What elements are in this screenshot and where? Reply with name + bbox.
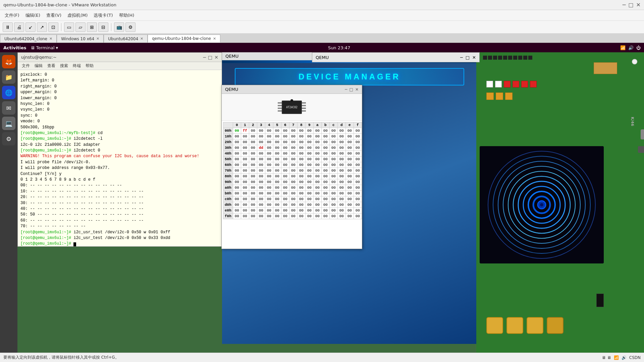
qemu-top-close[interactable]: ✕ [472,55,476,60]
toolbar-btn-5[interactable]: ⊡ [48,22,58,32]
tab-close-icon[interactable]: ✕ [49,37,52,41]
terminal-close[interactable]: ✕ [214,55,218,60]
tab-qemu-ubuntu[interactable]: qemu-Ubuntu-1804-bw-clone ✕ [148,35,220,43]
terminal-menu-search[interactable]: 搜索 [58,62,70,69]
table-cell: 00 [265,208,273,214]
table-cell: 00 [329,145,337,151]
table-cell: 00 [265,145,273,151]
status-network-icon: 📶 [614,355,619,360]
table-header-col: e [345,122,354,128]
qemu-eeprom-min[interactable]: ─ [345,87,347,92]
tab-close-icon[interactable]: ✕ [213,37,216,41]
table-cell: 00 [297,214,305,219]
network-icon[interactable]: 📶 [620,45,626,50]
sidebar-icon-mail[interactable]: ✉ [2,101,15,115]
tab-ubuntu642004-clone[interactable]: Ubuntu642004_clone ✕ [0,35,57,43]
close-button[interactable]: ✕ [636,2,641,8]
menu-help[interactable]: 帮助(H) [116,11,137,20]
table-cell: 00 [249,185,257,191]
table-cell: 00 [337,151,345,157]
sidebar-icon-browser[interactable]: 🌐 [2,86,15,99]
table-cell: 00 [305,191,313,196]
toolbar-btn-2[interactable]: 🖨 [14,22,24,32]
terminal-body[interactable]: pixclock: 0 left_margin: 0 right_margin:… [18,70,222,246]
activities-button[interactable]: Activities [3,45,26,50]
table-cell: 00 [329,174,337,179]
table-cell: 00 [321,185,329,191]
terminal-label: Terminal [36,45,55,50]
table-header-col: 9 [305,122,313,128]
table-header-col: 7 [289,122,297,128]
terminal-menu-file[interactable]: 文件 [20,62,32,69]
row-address: 50h [223,157,233,162]
terminal-menu-terminal[interactable]: 终端 [71,62,83,69]
terminal-menu-edit[interactable]: 编辑 [33,62,45,69]
terminal-line: 70: -- -- -- -- -- -- -- -- [20,224,219,229]
table-cell: 00 [257,128,265,134]
sidebar-icon-firefox[interactable]: 🦊 [2,55,15,68]
menu-tabs[interactable]: 选项卡(T) [91,11,115,20]
table-cell: dd [257,145,265,151]
terminal-menu[interactable]: 🖥 Terminal ▾ [31,45,58,50]
power-icon[interactable]: ⏻ [636,45,641,50]
table-cell: 00 [249,179,257,185]
menu-view[interactable]: 查看(V) [44,11,64,20]
table-cell: 00 [329,139,337,145]
table-cell: 00 [289,196,297,202]
terminal-line: [root@qemu_imx6ul:~]# i2cdetect -l [20,136,219,142]
qemu-eeprom-max[interactable]: □ [350,87,353,92]
table-cell: 00 [265,185,273,191]
tab-close-icon[interactable]: ✕ [140,37,143,41]
terminal-menu-view[interactable]: 查看 [45,62,57,69]
terminal-prompt: [root@qemu_imx6ul:~/myfb-test]# [20,131,98,135]
terminal-menu-help[interactable]: 帮助 [84,62,96,69]
terminal-maximize[interactable]: □ [208,55,212,60]
table-cell: 00 [354,151,362,157]
table-cell: 00 [337,185,345,191]
volume-icon[interactable]: 🔊 [628,45,634,50]
sidebar-icon-files[interactable]: 📁 [2,70,15,84]
qemu-top-min[interactable]: ─ [460,55,463,60]
toolbar-btn-4[interactable]: ↗ [37,22,47,32]
table-cell: 00 [337,196,345,202]
terminal-line: [root@qemu_imx6ul:~]# [20,241,219,246]
toolbar-sep-1 [61,23,61,31]
chip-svg: AT24C02 [275,96,309,119]
tab-ubuntu642004[interactable]: Ubuntu642004 ✕ [104,35,148,43]
toolbar-btn-9[interactable]: ⊟ [98,22,108,32]
toolbar-btn-8[interactable]: ⊞ [87,22,97,32]
menu-vm[interactable]: 虚拟机(M) [65,11,90,20]
table-header-col: 8 [297,122,305,128]
sidebar-icon-terminal[interactable]: 💻 [2,117,15,130]
terminal-line: 50: 50 -- -- -- -- -- -- -- -- -- -- -- … [20,212,219,218]
table-cell: 00 [273,185,281,191]
table-row: d0h00000000000000000000000000000000 [223,202,362,208]
tab-windows10[interactable]: Windows 10 x64 ✕ [57,35,104,43]
toolbar-btn-3[interactable]: ↙ [25,22,36,32]
toolbar-btn-7[interactable]: ▱ [75,22,86,32]
table-cell: 00 [313,128,321,134]
table-cell: 00 [249,162,257,168]
sidebar-icon-settings[interactable]: ⚙ [2,132,15,145]
toolbar-btn-6[interactable]: ▭ [64,22,74,32]
row-address: 60h [223,162,233,168]
pause-button[interactable]: ⏸ [3,22,13,32]
table-cell: 00 [297,202,305,208]
qemu-eeprom-close[interactable]: ✕ [355,87,359,92]
toolbar-btn-11[interactable]: ⚙ [125,22,136,32]
toolbar-btn-10[interactable]: 📺 [114,22,124,32]
terminal-minimize[interactable]: ─ [203,55,206,60]
table-cell: 00 [273,191,281,196]
vmware-toolbar: ⏸ 🖨 ↙ ↗ ⊡ ▭ ▱ ⊞ ⊟ 📺 ⚙ [0,21,644,34]
qemu-top-max[interactable]: □ [466,55,470,60]
terminal-line: 20: -- -- -- -- -- -- -- -- -- -- -- -- … [20,194,219,200]
menu-edit[interactable]: 编辑(E) [23,11,43,20]
table-cell: 00 [297,185,305,191]
maximize-button[interactable]: □ [628,2,633,8]
menu-file[interactable]: 文件(F) [2,11,22,20]
qemu-eeprom-window: QEMU ─ □ ✕ [221,85,362,249]
tab-close-icon[interactable]: ✕ [96,37,99,41]
table-cell: 00 [337,134,345,139]
minimize-button[interactable]: ─ [623,2,626,8]
table-row: 40h00000000000000000000000000000000 [223,151,362,157]
